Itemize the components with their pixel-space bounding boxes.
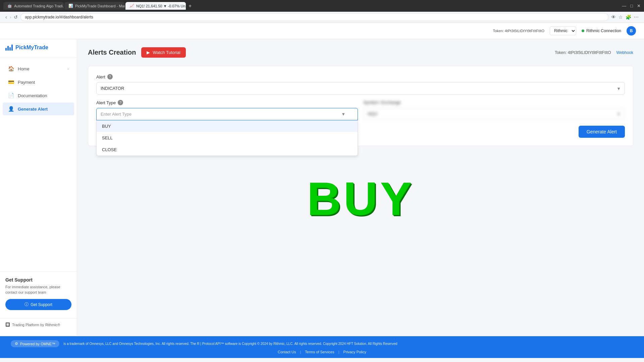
alert-type-help-icon[interactable]: ? [118,100,123,105]
dropdown-sell-label: SELL [102,135,113,140]
app-header: Token: 4tPt3t5tLtDtYt9tFtItFtItO Rithmic… [0,23,644,39]
buy-text: BUY [88,172,633,226]
separator-1: | [300,350,301,354]
tab-1-label: Automated Trading Algo Tradi... [14,4,64,8]
page-header-left: Alerts Creation ▶ Watch Tutorial [88,47,186,58]
address-bar: ‹ › ↺ 👁 ☆ 🧩 ⋯ [0,12,644,23]
sidebar-item-documentation[interactable]: 📄 Documentation [3,89,74,102]
sidebar-item-payment-label: Payment [18,80,35,85]
watch-tutorial-button[interactable]: ▶ Watch Tutorial [141,47,186,58]
footer-copyright: is a trademark of Omnesys, LLC and Omnes… [63,342,633,346]
add-tab-button[interactable]: + [186,3,194,9]
watch-tutorial-label: Watch Tutorial [153,50,180,55]
alert-type-label: Alert Type ? [96,100,358,105]
omne-icon: ⚙ [15,342,18,346]
user-avatar[interactable]: B [627,26,636,36]
page-token-display: Token: 4tPt3t5tLtDtYt9tFtItFtItO [555,50,611,55]
broker-selector[interactable]: Rithmic [550,26,576,35]
header-token: Token: 4tPt3t5tLtDtYt9tFtItFtItO [493,29,544,33]
logo-bar-4 [11,45,13,51]
separator-2: | [338,350,339,354]
documentation-icon: 📄 [8,93,14,99]
blurred-label-1: Symbol / Exchange [363,100,625,105]
sidebar-nav: 🏠 Home › 💳 Payment 📄 Documentation 👤 Gen… [0,58,77,272]
alert-type-dropdown-menu: BUY SELL CLOSE [96,120,358,156]
browser-tab-1[interactable]: 🤖 Automated Trading Algo Tradi... ✕ [3,2,64,10]
alert-help-icon[interactable]: ? [107,74,113,79]
logo-bar-2 [7,46,9,51]
form-grid: Alert Type ? Enter Alert Type ▼ BUY [96,100,625,120]
footer-main: ⚙ Powered by OMNE™ is a trademark of Omn… [11,340,633,347]
home-arrow-icon: › [67,67,69,71]
close-window-button[interactable]: ✕ [637,3,641,8]
contact-us-link[interactable]: Contact Us [278,350,296,354]
sidebar-item-payment[interactable]: 💳 Payment [3,76,74,88]
dropdown-close-label: CLOSE [102,147,117,152]
blurred-fields: Symbol / Exchange NQ1! ▼ [363,100,625,120]
terms-of-service-link[interactable]: Terms of Services [305,350,334,354]
broker-dropdown[interactable]: Rithmic [550,26,576,35]
bookmark-icon[interactable]: ☆ [619,14,623,20]
home-icon: 🏠 [8,66,14,72]
back-button[interactable]: ‹ [5,14,7,20]
app-layout: PickMyTrade 🏠 Home › 💳 Payment 📄 Documen… [0,39,644,336]
sidebar-item-generate-alert[interactable]: 👤 Generate Alert [3,103,74,115]
refresh-button[interactable]: ↺ [14,14,18,20]
extensions-icon[interactable]: 🧩 [626,14,631,20]
alert-select-wrapper: INDICATOR ▼ [96,82,625,95]
sidebar-logo: PickMyTrade [0,45,77,58]
connection-label: Rithmic Connection [586,28,621,33]
more-icon[interactable]: ⋯ [634,14,639,20]
maximize-button[interactable]: □ [630,3,633,8]
footer: ⚙ Powered by OMNE™ is a trademark of Omn… [0,336,644,358]
alert-type-group: Alert Type ? Enter Alert Type ▼ BUY [96,100,358,120]
sidebar-item-home-label: Home [18,66,30,71]
support-button-label: Get Support [31,302,52,307]
blurred-select-wrapper: NQ1! ▼ [363,108,625,120]
alert-type-placeholder: Enter Alert Type [101,112,131,117]
generate-alert-icon: 👤 [8,106,14,112]
alert-label-text: Alert [96,74,105,79]
play-icon: ▶ [147,50,150,55]
browser-tab-3[interactable]: 📈 NQ1! 21,641.50 ▼ -0.07% Un... ✕ [125,2,186,10]
sidebar-item-generate-alert-label: Generate Alert [18,107,48,112]
connection-dot [582,29,584,32]
payment-icon: 💳 [8,79,14,85]
logo-bar-1 [5,48,7,51]
page-title: Alerts Creation [88,49,136,56]
connection-status: Rithmic Connection [582,28,621,33]
alert-type-input[interactable]: Enter Alert Type ▼ [96,108,358,120]
get-support-button[interactable]: ⓘ Get Support [5,299,71,310]
support-circle-icon: ⓘ [24,302,29,307]
tab-2-label: PickMyTrade Dashboard - Mar... [75,4,125,8]
page-header-right: Token: 4tPt3t5tLtDtYt9tFtItFtItO Webhook [555,50,633,55]
sidebar: PickMyTrade 🏠 Home › 💳 Payment 📄 Documen… [0,39,77,336]
sidebar-support: Get Support For immediate assistance, pl… [0,272,77,315]
minimize-button[interactable]: — [622,3,626,8]
alert-field-group: Alert ? INDICATOR ▼ [96,74,625,95]
logo-icon [5,45,13,51]
generate-alert-button[interactable]: Generate Alert [579,126,625,138]
dropdown-item-close[interactable]: CLOSE [97,144,358,156]
browser-tab-2[interactable]: 📊 PickMyTrade Dashboard - Mar... ✕ [64,2,125,10]
tab-3-favicon: 📈 [129,4,134,8]
support-description: For immediate assistance, please contact… [5,285,71,295]
dropdown-item-buy[interactable]: BUY [97,120,358,132]
forward-button[interactable]: › [10,14,11,20]
support-title: Get Support [5,277,71,283]
alert-select[interactable]: INDICATOR [96,82,625,95]
webhook-link[interactable]: Webhook [616,50,633,55]
tab-2-favicon: 📊 [68,4,73,8]
tab-3-label: NQ1! 21,641.50 ▼ -0.07% Un... [136,4,186,8]
address-input[interactable] [20,13,608,21]
sidebar-item-home[interactable]: 🏠 Home › [3,62,74,75]
reader-icon[interactable]: 👁 [611,14,616,20]
page-header: Alerts Creation ▶ Watch Tutorial Token: … [88,47,633,58]
alert-label: Alert ? [96,74,625,79]
sidebar-item-documentation-label: Documentation [18,93,47,98]
buy-display: BUY [88,152,633,246]
privacy-policy-link[interactable]: Privacy Policy [343,350,366,354]
main-content: Alerts Creation ▶ Watch Tutorial Token: … [77,39,644,336]
dropdown-item-sell[interactable]: SELL [97,132,358,144]
blurred-chevron-icon: ▼ [616,111,621,116]
